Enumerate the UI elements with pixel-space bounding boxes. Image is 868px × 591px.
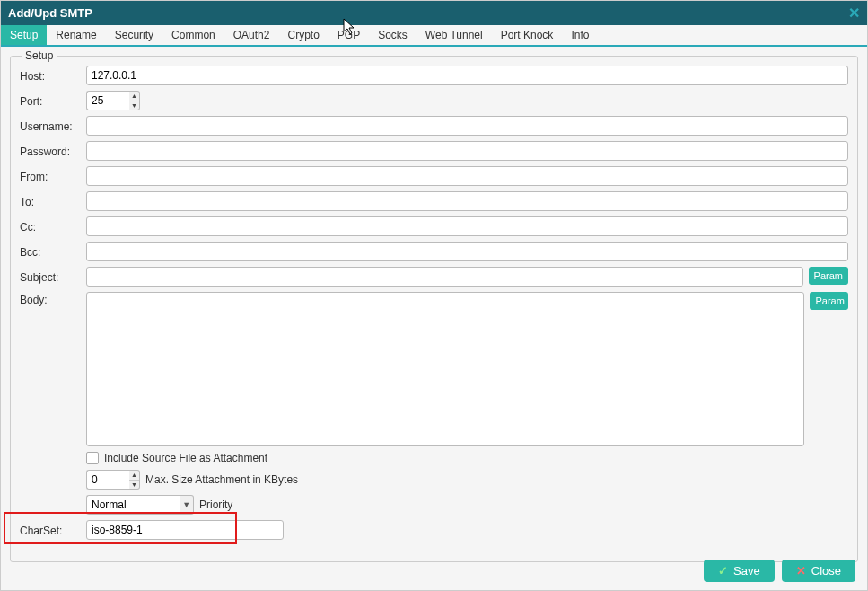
- to-input[interactable]: [86, 191, 848, 211]
- username-label: Username:: [20, 119, 81, 133]
- password-input[interactable]: [86, 141, 848, 161]
- priority-label: Priority: [199, 498, 232, 511]
- check-icon: [718, 564, 728, 578]
- charset-label: CharSet:: [20, 523, 81, 537]
- max-size-spinner-buttons[interactable]: ▲▼: [129, 470, 140, 490]
- tab-security[interactable]: Security: [106, 25, 162, 45]
- subject-label: Subject:: [20, 269, 81, 284]
- tab-pgp[interactable]: PGP: [329, 25, 369, 45]
- tab-bar: Setup Rename Security Common OAuth2 Cryp…: [1, 25, 867, 47]
- include-source-checkbox[interactable]: [86, 452, 99, 464]
- body-param-button[interactable]: Param: [810, 292, 848, 310]
- max-size-input[interactable]: [86, 470, 129, 490]
- tab-socks[interactable]: Socks: [369, 25, 416, 45]
- to-label: To:: [20, 194, 81, 208]
- tab-rename[interactable]: Rename: [47, 25, 105, 45]
- from-label: From:: [20, 169, 81, 183]
- dropdown-arrow-icon[interactable]: ▼: [180, 495, 194, 515]
- port-label: Port:: [20, 93, 81, 108]
- tab-crypto[interactable]: Crypto: [278, 25, 328, 45]
- include-source-label: Include Source File as Attachment: [104, 452, 267, 464]
- cc-label: Cc:: [20, 219, 81, 234]
- content-area: Setup Host: Port: ▲▼ Username: Password:…: [1, 47, 867, 562]
- port-input[interactable]: [86, 91, 129, 110]
- spinner-down-icon[interactable]: ▼: [129, 481, 139, 490]
- tab-info[interactable]: Info: [562, 25, 598, 45]
- save-button-label: Save: [733, 564, 760, 578]
- max-size-label: Max. Size Attachment in KBytes: [145, 473, 298, 486]
- host-label: Host:: [20, 68, 81, 83]
- body-textarea[interactable]: [86, 292, 804, 446]
- close-button-label: Close: [811, 564, 841, 578]
- max-size-spinner[interactable]: ▲▼: [86, 470, 140, 490]
- password-label: Password:: [20, 144, 81, 158]
- bcc-label: Bcc:: [20, 244, 81, 259]
- close-icon[interactable]: ✕: [848, 4, 860, 22]
- from-input[interactable]: [86, 166, 848, 186]
- tab-oauth2[interactable]: OAuth2: [224, 25, 279, 45]
- subject-param-button[interactable]: Param: [809, 267, 848, 285]
- spinner-down-icon[interactable]: ▼: [129, 101, 139, 110]
- spinner-up-icon[interactable]: ▲: [129, 471, 139, 481]
- window-title: Add/Upd SMTP: [8, 6, 92, 20]
- tab-port-knock[interactable]: Port Knock: [492, 25, 563, 45]
- host-input[interactable]: [86, 66, 848, 85]
- port-spinner[interactable]: ▲▼: [86, 91, 140, 110]
- bcc-input[interactable]: [86, 242, 848, 261]
- tab-setup[interactable]: Setup: [1, 25, 47, 45]
- title-bar: Add/Upd SMTP ✕: [1, 1, 867, 25]
- cc-input[interactable]: [86, 216, 848, 236]
- priority-input[interactable]: [86, 495, 180, 515]
- subject-input[interactable]: [86, 267, 803, 287]
- footer-bar: Save Close: [0, 551, 868, 591]
- x-icon: [796, 564, 806, 578]
- tab-web-tunnel[interactable]: Web Tunnel: [416, 25, 492, 45]
- body-label: Body:: [20, 292, 81, 306]
- spinner-up-icon[interactable]: ▲: [129, 92, 139, 101]
- tab-common[interactable]: Common: [162, 25, 224, 45]
- charset-input[interactable]: [86, 520, 284, 540]
- close-button[interactable]: Close: [782, 560, 855, 582]
- username-input[interactable]: [86, 116, 848, 136]
- port-spinner-buttons[interactable]: ▲▼: [129, 91, 140, 110]
- priority-combo[interactable]: ▼: [86, 495, 194, 515]
- save-button[interactable]: Save: [704, 560, 775, 582]
- fieldset-legend: Setup: [22, 49, 57, 62]
- setup-fieldset: Setup Host: Port: ▲▼ Username: Password:…: [10, 56, 858, 562]
